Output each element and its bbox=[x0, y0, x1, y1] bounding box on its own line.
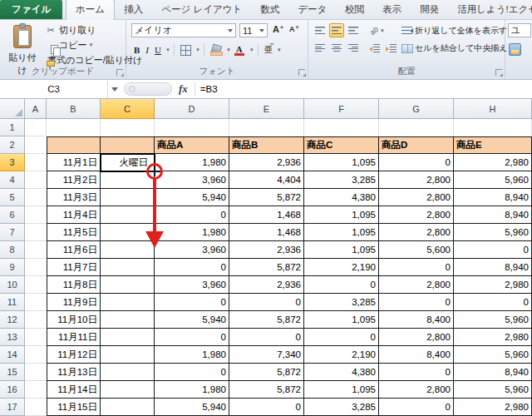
grow-font-button[interactable]: A▲ bbox=[273, 24, 284, 34]
tab-developer[interactable]: 開発 bbox=[411, 0, 448, 19]
cell-A4[interactable] bbox=[25, 171, 47, 189]
cell-H14[interactable]: 5,960 bbox=[454, 346, 532, 364]
tab-review[interactable]: 校閲 bbox=[336, 0, 373, 19]
cell-F2[interactable]: 商品C bbox=[304, 136, 379, 154]
number-format-select[interactable]: ユ bbox=[508, 23, 531, 37]
row-header-12[interactable]: 12 bbox=[0, 311, 25, 329]
cell-B6[interactable]: 11月4日 bbox=[47, 206, 101, 224]
select-all-corner[interactable] bbox=[0, 99, 25, 119]
cell-F4[interactable]: 3,285 bbox=[304, 171, 379, 189]
column-header-E[interactable]: E bbox=[229, 99, 304, 119]
column-header-G[interactable]: G bbox=[379, 99, 454, 119]
cell-G1[interactable] bbox=[379, 119, 454, 136]
tab-view[interactable]: 表示 bbox=[373, 0, 411, 19]
cell-F9[interactable]: 2,190 bbox=[304, 259, 379, 276]
cell-D17[interactable]: 5,940 bbox=[155, 399, 229, 416]
cell-A17[interactable] bbox=[25, 399, 47, 416]
cell-H16[interactable]: 5,960 bbox=[454, 381, 532, 399]
cell-F8[interactable]: 1,095 bbox=[304, 241, 379, 259]
cell-D7[interactable]: 1,980 bbox=[155, 224, 229, 241]
cell-F11[interactable]: 3,285 bbox=[304, 294, 379, 311]
column-header-B[interactable]: B bbox=[47, 99, 101, 119]
cell-G11[interactable]: 0 bbox=[379, 294, 454, 311]
cell-D13[interactable]: 0 bbox=[155, 329, 229, 346]
row-header-17[interactable]: 17 bbox=[0, 399, 25, 416]
tab-formulas[interactable]: 数式 bbox=[251, 0, 288, 19]
cell-B3[interactable]: 11月1日 bbox=[47, 154, 101, 171]
tab-file[interactable]: ファイル bbox=[0, 0, 62, 19]
clipboard-dialog-launcher[interactable] bbox=[116, 69, 123, 76]
align-center-button[interactable] bbox=[329, 41, 344, 55]
cell-C13[interactable] bbox=[101, 329, 155, 346]
increase-indent-button[interactable] bbox=[383, 41, 398, 55]
cell-C12[interactable] bbox=[101, 311, 155, 329]
cell-D9[interactable]: 0 bbox=[155, 259, 229, 276]
cell-E2[interactable]: 商品B bbox=[229, 136, 304, 154]
cell-A7[interactable] bbox=[25, 224, 47, 241]
row-header-11[interactable]: 11 bbox=[0, 294, 25, 311]
cell-E7[interactable]: 1,468 bbox=[229, 224, 304, 241]
cell-A3[interactable] bbox=[25, 154, 47, 171]
align-middle-button[interactable] bbox=[329, 23, 344, 37]
cell-H1[interactable] bbox=[454, 119, 532, 136]
cell-H15[interactable]: 8,940 bbox=[454, 364, 532, 381]
font-size-select[interactable]: 11 bbox=[239, 23, 268, 37]
cell-H9[interactable]: 8,940 bbox=[454, 259, 532, 276]
cell-D14[interactable]: 1,980 bbox=[155, 346, 229, 364]
cell-H7[interactable]: 5,960 bbox=[454, 224, 532, 241]
cell-B2[interactable] bbox=[47, 136, 101, 154]
cell-D16[interactable]: 1,980 bbox=[155, 381, 229, 399]
cell-B8[interactable]: 11月6日 bbox=[47, 241, 101, 259]
tab-page-layout[interactable]: ページ レイアウト bbox=[152, 0, 251, 19]
cell-A14[interactable] bbox=[25, 346, 47, 364]
insert-function-button[interactable]: fx bbox=[179, 82, 188, 96]
cell-F10[interactable]: 0 bbox=[304, 276, 379, 294]
cell-D10[interactable]: 3,960 bbox=[155, 276, 229, 294]
cell-H6[interactable]: 8,940 bbox=[454, 206, 532, 224]
row-header-9[interactable]: 9 bbox=[0, 259, 25, 276]
row-header-13[interactable]: 13 bbox=[0, 329, 25, 346]
cell-G12[interactable]: 8,400 bbox=[379, 311, 454, 329]
cell-E5[interactable]: 5,872 bbox=[229, 189, 304, 206]
row-header-1[interactable]: 1 bbox=[0, 119, 25, 136]
cell-E17[interactable]: 0 bbox=[229, 399, 304, 416]
cell-B13[interactable]: 11月11日 bbox=[47, 329, 101, 346]
shrink-font-button[interactable]: A▼ bbox=[289, 25, 299, 33]
cell-B4[interactable]: 11月2日 bbox=[47, 171, 101, 189]
row-header-5[interactable]: 5 bbox=[0, 189, 25, 206]
name-box-dropdown[interactable] bbox=[108, 80, 121, 98]
cell-H5[interactable]: 8,940 bbox=[454, 189, 532, 206]
cell-F14[interactable]: 2,190 bbox=[304, 346, 379, 364]
row-header-14[interactable]: 14 bbox=[0, 346, 25, 364]
cell-F6[interactable]: 1,095 bbox=[304, 206, 379, 224]
font-color-button[interactable]: A bbox=[231, 42, 248, 57]
cell-B15[interactable]: 11月13日 bbox=[47, 364, 101, 381]
cell-G3[interactable]: 0 bbox=[379, 154, 454, 171]
currency-format-icon[interactable] bbox=[509, 43, 521, 56]
cell-B17[interactable]: 11月15日 bbox=[47, 399, 101, 416]
cell-F3[interactable]: 1,095 bbox=[304, 154, 379, 171]
cell-E11[interactable]: 0 bbox=[229, 294, 304, 311]
cell-D8[interactable]: 3,960 bbox=[155, 241, 229, 259]
cell-E4[interactable]: 4,404 bbox=[229, 171, 304, 189]
cell-G13[interactable]: 2,800 bbox=[379, 329, 454, 346]
phonetic-guide-button[interactable]: 亜 bbox=[262, 42, 275, 57]
row-header-7[interactable]: 7 bbox=[0, 224, 25, 241]
cell-H3[interactable]: 2,980 bbox=[454, 154, 532, 171]
cell-A15[interactable] bbox=[25, 364, 47, 381]
copy-button[interactable]: コピー ▼ bbox=[45, 37, 126, 52]
row-header-6[interactable]: 6 bbox=[0, 206, 25, 224]
tab-home[interactable]: ホーム bbox=[66, 0, 115, 20]
align-right-button[interactable] bbox=[346, 41, 361, 55]
row-header-10[interactable]: 10 bbox=[0, 276, 25, 294]
italic-button[interactable]: I bbox=[142, 42, 152, 57]
cell-C6[interactable] bbox=[101, 206, 155, 224]
cell-C15[interactable] bbox=[101, 364, 155, 381]
cell-B14[interactable]: 11月12日 bbox=[47, 346, 101, 364]
column-header-A[interactable]: A bbox=[25, 99, 47, 119]
cell-E6[interactable]: 1,468 bbox=[229, 206, 304, 224]
merge-center-button[interactable]: セルを結合して中央揃え ▼ bbox=[401, 41, 514, 56]
alignment-dialog-launcher[interactable] bbox=[495, 69, 502, 76]
cell-E15[interactable]: 5,872 bbox=[229, 364, 304, 381]
underline-button[interactable]: U bbox=[152, 42, 164, 57]
